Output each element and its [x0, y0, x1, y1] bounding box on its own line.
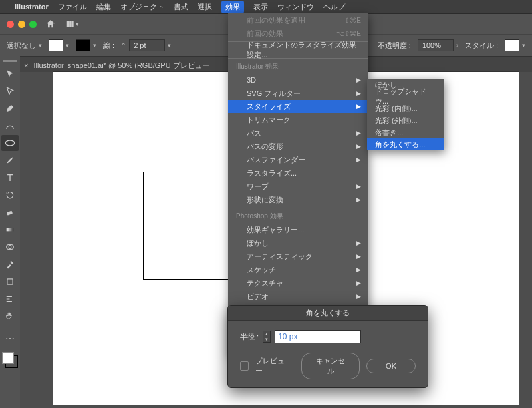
paintbrush-tool-icon[interactable]: [1, 152, 19, 168]
chevron-down-icon[interactable]: ▾: [263, 337, 270, 342]
minimize-window-icon[interactable]: [18, 21, 25, 28]
mac-menubar: Illustrator ファイル 編集 オブジェクト 書式 選択 効果 表示 ウ…: [0, 0, 532, 14]
stylize-submenu: ぼかし... ドロップシャドウ... 光彩 (内側)... 光彩 (外側)...…: [367, 79, 444, 150]
submenu-item-scribble[interactable]: 落書き...: [367, 126, 444, 138]
artboard-tool-icon[interactable]: [1, 274, 19, 290]
chevron-down-icon: ▾: [76, 21, 79, 27]
menu-type[interactable]: 書式: [174, 2, 188, 12]
opacity-field[interactable]: 100%›: [418, 39, 458, 51]
ok-button[interactable]: OK: [366, 359, 416, 373]
submenu-item-outer-glow[interactable]: 光彩 (外側)...: [367, 114, 444, 126]
chevron-up-icon[interactable]: ▴: [263, 331, 270, 337]
close-window-icon[interactable]: [7, 21, 14, 28]
stroke-weight-value[interactable]: 2 pt: [129, 39, 165, 51]
dialog-title: 角を丸くする: [228, 306, 428, 321]
menu-item-blur[interactable]: ぼかし▶: [228, 236, 368, 250]
hand-tool-icon[interactable]: [1, 308, 19, 324]
stroke-weight-field[interactable]: ⌃2 pt▾: [121, 39, 171, 51]
chevron-down-icon: ▾: [66, 42, 69, 49]
menu-help[interactable]: ヘルプ: [323, 2, 345, 12]
menu-item-sketch[interactable]: スケッチ▶: [228, 263, 368, 276]
menu-item-svg-filter[interactable]: SVG フィルター▶: [228, 87, 368, 100]
rotate-tool-icon[interactable]: [1, 187, 19, 203]
eyedropper-tool-icon[interactable]: [1, 256, 19, 272]
arrange-documents-icon[interactable]: ▾: [65, 18, 79, 30]
svg-point-3: [5, 140, 14, 146]
close-tab-icon[interactable]: ×: [24, 61, 28, 69]
menu-file[interactable]: ファイル: [58, 2, 87, 12]
stroke-swatch[interactable]: ▾: [76, 39, 96, 51]
radius-stepper[interactable]: ▴▾: [263, 331, 271, 343]
gradient-tool-icon[interactable]: [1, 222, 19, 238]
menu-view[interactable]: 表示: [253, 2, 268, 12]
selection-indicator[interactable]: 選択なし▾: [7, 41, 42, 51]
preview-checkbox[interactable]: [240, 361, 249, 371]
document-tab-title[interactable]: Illustrator_shape01.ai* @ 50% (RGB/GPU プ…: [33, 61, 209, 71]
cancel-button[interactable]: キャンセル: [301, 353, 360, 379]
home-icon[interactable]: [43, 18, 58, 30]
stroke-label: 線 :: [103, 41, 114, 51]
menu-effect[interactable]: 効果: [221, 1, 244, 13]
menu-item-texture[interactable]: テクスチャ▶: [228, 276, 368, 290]
fill-swatch[interactable]: ▾: [49, 39, 69, 51]
menu-item-3d[interactable]: 3D▶: [228, 73, 368, 87]
fill-box-icon[interactable]: [2, 352, 14, 364]
round-corners-dialog: 角を丸くする 半径 : ▴▾ プレビュー キャンセル OK: [227, 305, 428, 388]
menu-item-distort[interactable]: パスの変形▶: [228, 140, 368, 153]
window-controls: [7, 21, 37, 28]
opacity-value[interactable]: 100%: [418, 39, 454, 51]
menu-item-last-effect: 前回の効果⌥⇧⌘E: [228, 27, 368, 40]
menu-window[interactable]: ウィンドウ: [277, 2, 314, 12]
menu-item-effect-gallery[interactable]: 効果ギャラリー...: [228, 223, 368, 236]
svg-rect-0: [66, 21, 69, 27]
radius-label: 半径 :: [240, 332, 259, 342]
maximize-window-icon[interactable]: [29, 21, 37, 28]
svg-rect-4: [7, 211, 13, 216]
svg-rect-1: [70, 21, 72, 27]
menu-item-convert-shape[interactable]: 形状に変換▶: [228, 193, 368, 206]
more-tools-icon[interactable]: ⋯: [1, 331, 19, 347]
curvature-tool-icon[interactable]: [1, 118, 19, 134]
menu-item-stylize[interactable]: スタイライズ▶: [228, 100, 368, 113]
selection-label: 選択なし: [7, 41, 36, 51]
radius-input[interactable]: [275, 330, 361, 343]
panel-grip-icon[interactable]: [3, 60, 17, 62]
menu-item-rasterize[interactable]: ラスタライズ...: [228, 166, 368, 180]
svg-rect-2: [72, 21, 73, 27]
style-label: スタイル :: [465, 41, 498, 51]
style-swatch[interactable]: ▾: [505, 39, 525, 51]
menu-item-artistic[interactable]: アーティスティック▶: [228, 250, 368, 263]
ellipse-tool-icon[interactable]: [1, 135, 19, 151]
menu-object[interactable]: オブジェクト: [120, 2, 164, 12]
svg-rect-5: [7, 228, 14, 232]
selection-tool-icon[interactable]: [1, 66, 19, 82]
preview-label: プレビュー: [255, 356, 289, 376]
submenu-item-drop-shadow[interactable]: ドロップシャドウ...: [367, 91, 444, 102]
app-name[interactable]: Illustrator: [15, 3, 49, 11]
svg-rect-8: [7, 279, 13, 284]
menu-item-pathfinder[interactable]: パスファインダー▶: [228, 153, 368, 166]
type-tool-icon[interactable]: T: [1, 170, 19, 186]
menu-edit[interactable]: 編集: [96, 2, 111, 12]
tools-panel: T ⋯: [0, 55, 20, 408]
direct-selection-tool-icon[interactable]: [1, 83, 19, 99]
menu-item-video[interactable]: ビデオ▶: [228, 290, 368, 303]
eraser-tool-icon[interactable]: [1, 204, 19, 220]
chevron-down-icon: ▾: [93, 42, 96, 49]
menu-select[interactable]: 選択: [198, 2, 212, 12]
menu-section-illustrator: Illustrator 効果: [228, 60, 368, 73]
menu-section-photoshop: Photoshop 効果: [228, 210, 368, 223]
chevron-down-icon: ▾: [39, 42, 42, 49]
fill-stroke-indicator[interactable]: [2, 352, 18, 368]
submenu-item-round-corners[interactable]: 角を丸くする...: [367, 138, 444, 150]
opacity-label: 不透明度 :: [378, 41, 411, 51]
menu-item-path[interactable]: パス▶: [228, 126, 368, 140]
pen-tool-icon[interactable]: [1, 101, 19, 116]
zoom-tool-icon[interactable]: [1, 291, 19, 307]
menu-item-trim-marks[interactable]: トリムマーク: [228, 113, 368, 126]
shape-builder-tool-icon[interactable]: [1, 239, 19, 255]
menu-item-warp[interactable]: ワープ▶: [228, 180, 368, 193]
menu-item-apply-last: 前回の効果を適用⇧⌘E: [228, 13, 368, 27]
menu-item-raster-settings[interactable]: ドキュメントのラスタライズ効果設定...: [228, 43, 368, 57]
